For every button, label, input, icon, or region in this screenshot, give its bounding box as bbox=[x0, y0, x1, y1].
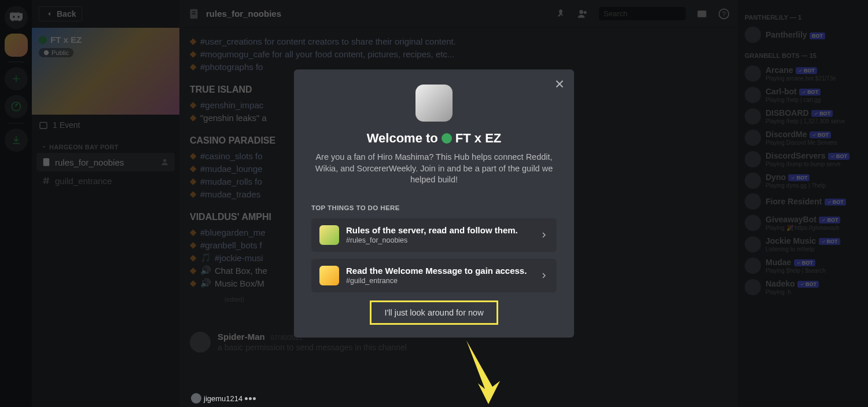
close-icon bbox=[553, 78, 566, 90]
welcome-description: Are you a fan of Hiro Mashima? This Hub … bbox=[311, 152, 557, 186]
close-button[interactable] bbox=[553, 78, 566, 93]
chevron-right-icon bbox=[539, 230, 549, 240]
server-icon bbox=[415, 85, 453, 122]
card-icon bbox=[319, 266, 339, 285]
look-around-button[interactable]: I'll just look around for now bbox=[370, 300, 498, 325]
card-icon bbox=[319, 225, 339, 245]
welcome-modal: Welcome to FT x EZ Are you a fan of Hiro… bbox=[294, 69, 574, 338]
top-things-header: TOP THINGS TO DO HERE bbox=[311, 204, 557, 211]
chevron-right-icon bbox=[539, 271, 549, 280]
welcome-card-entrance[interactable]: Read the Welcome Message to gain access.… bbox=[311, 259, 557, 292]
modal-overlay: Welcome to FT x EZ Are you a fan of Hiro… bbox=[0, 0, 868, 407]
welcome-title: Welcome to FT x EZ bbox=[311, 131, 557, 146]
annotation-arrow bbox=[461, 340, 501, 406]
verified-icon bbox=[442, 133, 452, 144]
welcome-card-rules[interactable]: Rules of the server, read and follow the… bbox=[311, 218, 557, 252]
